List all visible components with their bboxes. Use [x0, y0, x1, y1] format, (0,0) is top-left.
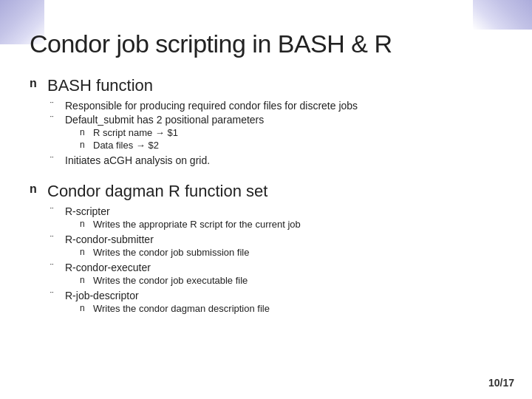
condor-item-2-text: R-condor-submitter — [65, 233, 154, 245]
condor-item-2-content: R-condor-submitter n Writes the condor j… — [65, 233, 249, 259]
condor-item-4-sub: n Writes the condor dagman description f… — [80, 303, 270, 314]
bash-item-3-bullet: ¨ — [50, 154, 59, 166]
condor-item-4-content: R-job-descriptor n Writes the condor dag… — [65, 290, 270, 316]
page-number: 10/17 — [488, 377, 514, 389]
bash-item-2: ¨ Default_submit has 2 positional parame… — [50, 114, 358, 152]
condor-section-title: Condor dagman R function set — [47, 182, 301, 201]
bash-item-2-sub-1: n R script name → $1 — [80, 127, 264, 138]
bash-item-2-sub-1-bullet: n — [80, 127, 87, 137]
condor-item-4-bullet: ¨ — [50, 290, 59, 301]
condor-item-4-text: R-job-descriptor — [65, 290, 139, 301]
slide-title: Condor job scripting in BASH & R — [30, 30, 502, 58]
condor-item-3-sub-1-text: Writes the condor job executable file — [93, 275, 248, 286]
condor-item-3-sub: n Writes the condor job executable file — [80, 275, 248, 286]
bash-item-2-sub-2: n Data files → $2 — [80, 140, 264, 151]
main-list: n BASH function ¨ Responsible for produc… — [30, 76, 502, 318]
bash-item-1: ¨ Responsible for producing required con… — [50, 100, 358, 112]
bash-item-3-text: Initiates aCGH analysis on grid. — [65, 154, 210, 166]
condor-item-4: ¨ R-job-descriptor n Writes the condor d… — [50, 290, 301, 316]
bash-item-2-bullet: ¨ — [50, 114, 59, 125]
condor-item-1-content: R-scripter n Writes the appropriate R sc… — [65, 205, 301, 231]
bash-item-2-sub-2-bullet: n — [80, 140, 87, 150]
condor-item-2-sub-1-text: Writes the condor job submission file — [93, 247, 249, 258]
slide-content: Condor job scripting in BASH & R n BASH … — [0, 0, 532, 399]
condor-item-2-bullet: ¨ — [50, 233, 59, 245]
condor-item-3-content: R-condor-executer n Writes the condor jo… — [65, 262, 248, 287]
bash-item-2-content: Default_submit has 2 positional paramete… — [65, 114, 264, 152]
condor-item-2: ¨ R-condor-submitter n Writes the condor… — [50, 233, 301, 259]
condor-item-3: ¨ R-condor-executer n Writes the condor … — [50, 262, 301, 287]
condor-item-1-text: R-scripter — [65, 205, 110, 217]
condor-section-content: Condor dagman R function set ¨ R-scripte… — [47, 182, 301, 318]
condor-sub-list: ¨ R-scripter n Writes the appropriate R … — [47, 205, 301, 316]
condor-item-4-sub-1-text: Writes the condor dagman description fil… — [93, 303, 270, 314]
condor-item-1-sub-1-text: Writes the appropriate R script for the … — [93, 219, 301, 230]
condor-item-1-bullet: ¨ — [50, 205, 59, 216]
bash-sub-list: ¨ Responsible for producing required con… — [47, 100, 358, 166]
bash-section-title: BASH function — [47, 76, 358, 95]
condor-item-1-sub-1: n Writes the appropriate R script for th… — [80, 219, 301, 230]
condor-item-2-sub: n Writes the condor job submission file — [80, 247, 249, 258]
bullet-bash: n — [30, 77, 40, 90]
bash-item-2-sub: n R script name → $1 n Data files → $2 — [80, 127, 264, 151]
condor-item-3-text: R-condor-executer — [65, 262, 151, 273]
condor-item-2-sub-1: n Writes the condor job submission file — [80, 247, 249, 258]
section-bash: n BASH function ¨ Responsible for produc… — [30, 76, 502, 168]
section-condor: n Condor dagman R function set ¨ R-scrip… — [30, 182, 502, 318]
bash-item-1-bullet: ¨ — [50, 100, 59, 111]
bash-item-2-sub-2-text: Data files → $2 — [93, 140, 159, 151]
bash-item-2-sub-1-text: R script name → $1 — [93, 127, 178, 138]
bullet-condor: n — [30, 183, 40, 196]
condor-item-1: ¨ R-scripter n Writes the appropriate R … — [50, 205, 301, 231]
bash-item-3: ¨ Initiates aCGH analysis on grid. — [50, 154, 358, 166]
condor-item-4-sub-1: n Writes the condor dagman description f… — [80, 303, 270, 314]
bash-item-2-text: Default_submit has 2 positional paramete… — [65, 114, 264, 126]
condor-item-3-bullet: ¨ — [50, 262, 59, 273]
bash-section-content: BASH function ¨ Responsible for producin… — [47, 76, 358, 168]
condor-item-1-sub: n Writes the appropriate R script for th… — [80, 219, 301, 230]
condor-item-3-sub-1: n Writes the condor job executable file — [80, 275, 248, 286]
bash-item-1-text: Responsible for producing required condo… — [65, 100, 358, 112]
